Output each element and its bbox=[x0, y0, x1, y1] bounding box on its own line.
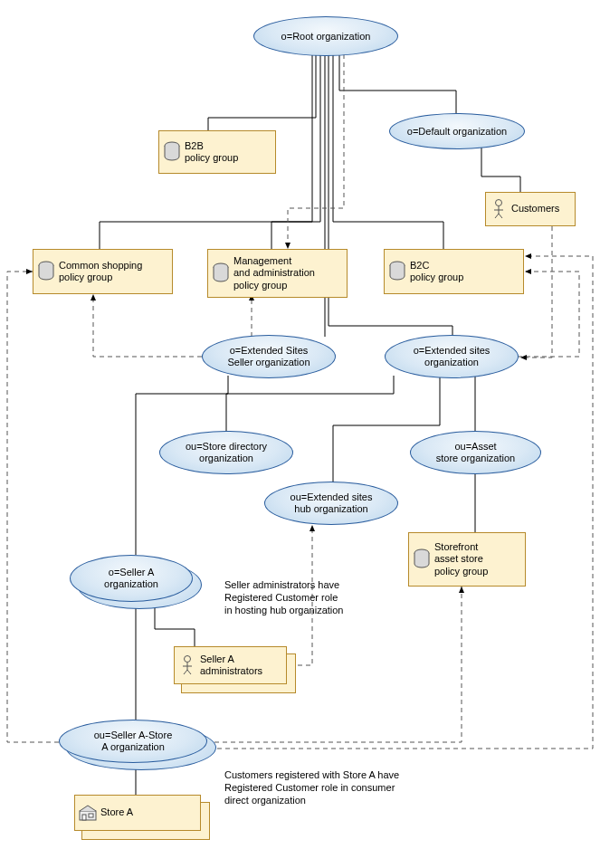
database-icon bbox=[33, 261, 59, 282]
node-mgmt-admin-policy-group: Managementand administrationpolicy group bbox=[207, 249, 348, 298]
database-icon bbox=[409, 548, 434, 570]
label: Customers bbox=[511, 200, 575, 217]
node-seller-a-store-org: ou=Seller A-StoreA organization bbox=[59, 720, 207, 763]
svg-rect-8 bbox=[82, 815, 86, 820]
svg-point-5 bbox=[496, 200, 502, 206]
node-asset-store-org: ou=Assetstore organization bbox=[410, 431, 541, 474]
node-customers: Customers bbox=[485, 192, 576, 226]
svg-point-6 bbox=[185, 656, 191, 663]
label: Storefrontasset storepolicy group bbox=[434, 539, 525, 580]
note-seller-admins: Seller administrators haveRegistered Cus… bbox=[224, 579, 374, 616]
label: B2Bpolicy group bbox=[185, 138, 275, 167]
node-storefront-asset-store-policy-group: Storefrontasset storepolicy group bbox=[408, 532, 526, 587]
svg-rect-9 bbox=[89, 814, 93, 817]
node-common-shopping-policy-group: Common shoppingpolicy group bbox=[33, 249, 173, 294]
node-root-org: o=Root organization bbox=[253, 16, 398, 56]
label: Seller Aadministrators bbox=[200, 651, 286, 680]
node-ext-sites-seller-org: o=Extended SitesSeller organization bbox=[202, 335, 336, 378]
database-icon bbox=[208, 262, 233, 284]
node-store-a: Store A bbox=[74, 795, 201, 831]
node-seller-a-org: o=Seller Aorganization bbox=[70, 555, 193, 602]
node-default-org: o=Default organization bbox=[389, 113, 525, 149]
label: B2Cpolicy group bbox=[410, 257, 523, 286]
note-customers-store-a: Customers registered with Store A haveRe… bbox=[224, 769, 442, 806]
label: Managementand administrationpolicy group bbox=[233, 253, 347, 294]
person-icon bbox=[486, 198, 511, 220]
node-ext-sites-hub-org: ou=Extended siteshub organization bbox=[264, 482, 398, 525]
diagram-canvas: o=Root organization o=Default organizati… bbox=[0, 0, 600, 868]
node-b2b-policy-group: B2Bpolicy group bbox=[158, 130, 276, 174]
database-icon bbox=[159, 141, 185, 163]
database-icon bbox=[385, 261, 410, 282]
node-ext-sites-org: o=Extended sitesorganization bbox=[385, 335, 519, 378]
label: Store A bbox=[100, 804, 200, 821]
person-icon bbox=[175, 654, 200, 676]
label: Common shoppingpolicy group bbox=[59, 257, 172, 286]
node-store-directory-org: ou=Store directoryorganization bbox=[159, 431, 293, 474]
store-icon bbox=[75, 804, 100, 822]
node-seller-a-admins: Seller Aadministrators bbox=[174, 646, 287, 684]
node-b2c-policy-group: B2Cpolicy group bbox=[384, 249, 524, 294]
